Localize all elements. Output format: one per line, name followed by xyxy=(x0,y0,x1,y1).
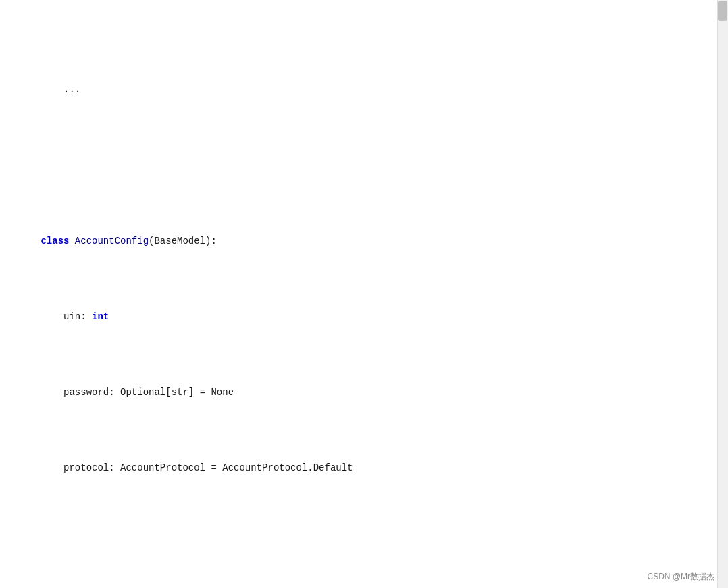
code-editor[interactable]: ... class AccountConfig(BaseModel): uin:… xyxy=(0,0,728,588)
line-top: ... xyxy=(7,68,714,113)
scrollbar-thumb[interactable] xyxy=(718,1,727,21)
class-account-def: class AccountConfig(BaseModel): xyxy=(7,218,714,263)
vertical-scrollbar[interactable] xyxy=(717,0,728,588)
line-protocol: protocol: AccountProtocol = AccountProto… xyxy=(7,445,714,490)
line-uin: uin: int xyxy=(7,294,714,339)
blank1 xyxy=(7,143,714,158)
blank2 xyxy=(7,536,714,551)
main-container: ... class AccountConfig(BaseModel): uin:… xyxy=(0,0,728,588)
line-password: password: Optional[str] = None xyxy=(7,369,714,415)
blank3 xyxy=(7,581,714,588)
watermark: CSDN @Mr数据杰 xyxy=(647,571,714,583)
